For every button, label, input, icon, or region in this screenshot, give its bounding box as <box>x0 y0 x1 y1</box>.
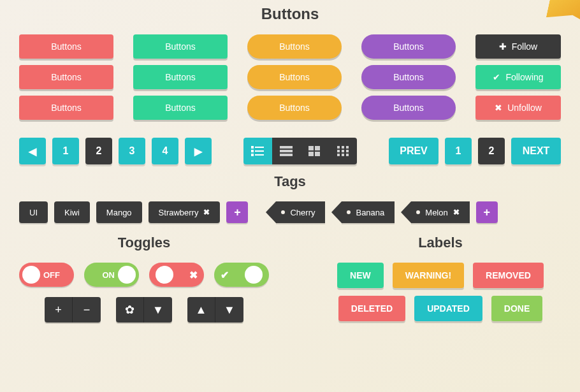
plus-icon: ✚ <box>499 41 507 52</box>
tags-arrow-set: Cherry Banana Melon ✖ + <box>266 201 497 223</box>
toggle-knob <box>22 266 40 284</box>
button-orange-1[interactable]: Buttons <box>247 34 342 59</box>
pager-prevnext: PREV 1 2 NEXT <box>389 138 561 164</box>
button-green-2[interactable]: Buttons <box>133 65 228 89</box>
toggle-check[interactable]: ✔ <box>214 263 269 287</box>
label-done: DONE <box>491 296 542 321</box>
pager-next-button[interactable]: NEXT <box>511 138 561 164</box>
view-grid-small-icon[interactable] <box>329 138 358 164</box>
label-new: NEW <box>337 263 384 288</box>
svg-rect-14 <box>342 146 344 149</box>
toggles-row: OFF ON ✖ ✔ <box>19 263 269 287</box>
follow-button[interactable]: ✚ Follow <box>475 34 561 59</box>
svg-rect-15 <box>346 146 349 149</box>
view-rows-icon[interactable] <box>272 138 301 164</box>
svg-rect-0 <box>251 146 254 149</box>
tag-ui[interactable]: UI <box>19 201 48 223</box>
view-grid-large-icon[interactable] <box>300 138 329 164</box>
tags-row: UI Kiwi Mango Strawberry ✖ + Cherry Bana… <box>19 201 561 223</box>
tag-hole-icon <box>347 210 351 214</box>
button-green-1[interactable]: Buttons <box>133 34 228 59</box>
toggle-x[interactable]: ✖ <box>149 263 204 287</box>
tag-cherry-label: Cherry <box>290 208 315 217</box>
tag-add-button[interactable]: + <box>226 201 248 223</box>
tag-cherry[interactable]: Cherry <box>276 201 325 223</box>
toggle-knob <box>118 266 136 284</box>
button-orange-2[interactable]: Buttons <box>247 65 342 89</box>
button-purple-1[interactable]: Buttons <box>361 34 456 59</box>
section-title-labels: Labels <box>320 235 561 251</box>
svg-rect-2 <box>251 150 254 152</box>
svg-rect-5 <box>255 154 264 156</box>
tag-hole-icon <box>416 210 420 214</box>
svg-rect-17 <box>342 150 344 152</box>
tag-banana-label: Banana <box>356 208 384 217</box>
pager-page-4[interactable]: 4 <box>152 138 178 164</box>
unfollow-button[interactable]: ✖ Unfollow <box>475 96 561 120</box>
check-icon: ✔ <box>221 269 229 281</box>
gear-icon[interactable]: ✿ <box>116 297 144 323</box>
buttons-grid: Buttons Buttons Buttons Buttons Buttons … <box>19 34 561 120</box>
svg-rect-12 <box>315 152 320 156</box>
chevron-down-icon[interactable]: ▼ <box>144 297 172 323</box>
svg-rect-9 <box>308 146 314 150</box>
svg-rect-7 <box>280 150 293 152</box>
spinner-gear-dropdown: ✿ ▼ <box>116 297 172 323</box>
unfollow-label: Unfollow <box>507 103 542 113</box>
close-icon[interactable]: ✖ <box>453 208 460 217</box>
button-green-3[interactable]: Buttons <box>133 96 228 120</box>
pager-prev-arrow[interactable]: ◀ <box>19 138 46 164</box>
following-label: Following <box>505 72 543 82</box>
toggle-knob <box>156 266 173 284</box>
tag-arrow-add-button[interactable]: + <box>476 201 498 223</box>
pager-page-1[interactable]: 1 <box>52 138 79 164</box>
button-orange-3[interactable]: Buttons <box>247 96 342 120</box>
label-updated: UPDATED <box>414 296 482 321</box>
follow-label: Follow <box>512 41 537 52</box>
toggle-off[interactable]: OFF <box>19 263 74 287</box>
pager-prev-button[interactable]: PREV <box>389 138 439 164</box>
tag-melon-label: Melon <box>425 208 447 217</box>
svg-rect-8 <box>280 154 293 156</box>
pager-page-3[interactable]: 3 <box>119 138 145 164</box>
toggle-on-label: ON <box>103 270 115 280</box>
spinner-plus-minus: + − <box>45 297 101 323</box>
svg-rect-3 <box>255 150 264 152</box>
tag-melon[interactable]: Melon ✖ <box>411 201 469 223</box>
pager-b-page-2-active[interactable]: 2 <box>478 138 505 164</box>
pager-page-2-active[interactable]: 2 <box>85 138 112 164</box>
tag-strawberry[interactable]: Strawberry ✖ <box>149 201 221 223</box>
tag-kiwi[interactable]: Kiwi <box>54 201 90 223</box>
following-button[interactable]: ✔ Following <box>475 65 561 89</box>
label-removed: REMOVED <box>473 263 544 288</box>
button-red-3[interactable]: Buttons <box>19 96 113 120</box>
tags-plain-set: UI Kiwi Mango Strawberry ✖ + <box>19 201 248 223</box>
view-list-icon[interactable] <box>243 138 272 164</box>
svg-rect-13 <box>337 146 340 149</box>
pager-numeric: ◀ 1 2 3 4 ▶ <box>19 138 212 164</box>
button-red-2[interactable]: Buttons <box>19 65 113 89</box>
view-switcher <box>243 138 357 164</box>
label-deleted: DELETED <box>338 296 405 321</box>
spinner-plus-button[interactable]: + <box>45 297 73 323</box>
toggle-on[interactable]: ON <box>84 263 139 287</box>
button-red-1[interactable]: Buttons <box>19 34 113 59</box>
toggle-knob <box>245 266 263 284</box>
close-icon[interactable]: ✖ <box>203 208 210 217</box>
tag-mango[interactable]: Mango <box>96 201 142 223</box>
chevron-down-icon[interactable]: ▼ <box>215 297 243 323</box>
spinner-minus-button[interactable]: − <box>73 297 101 323</box>
button-purple-3[interactable]: Buttons <box>361 96 456 120</box>
section-title-tags: Tags <box>19 173 561 190</box>
button-purple-2[interactable]: Buttons <box>361 65 456 89</box>
svg-rect-1 <box>255 147 264 148</box>
pagination-row: ◀ 1 2 3 4 ▶ PREV 1 2 NEXT <box>19 138 561 164</box>
tag-banana[interactable]: Banana <box>342 201 395 223</box>
toggle-off-label: OFF <box>43 270 60 280</box>
pager-b-page-1[interactable]: 1 <box>445 138 472 164</box>
svg-rect-4 <box>251 154 254 156</box>
pager-next-arrow[interactable]: ▶ <box>185 138 212 164</box>
svg-rect-21 <box>346 154 349 156</box>
chevron-up-icon[interactable]: ▲ <box>187 297 215 323</box>
labels-grid: NEW WARNING! REMOVED DELETED UPDATED DON… <box>320 263 561 321</box>
